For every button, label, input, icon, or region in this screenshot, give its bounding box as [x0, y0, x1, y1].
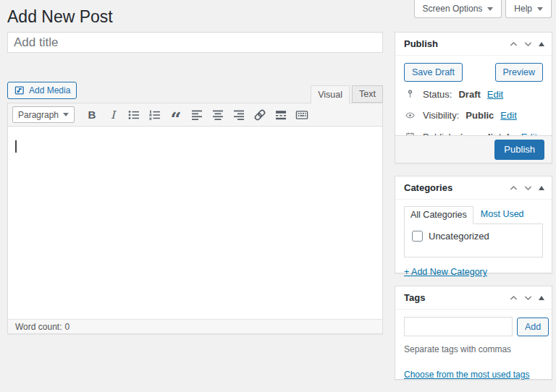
read-more-icon — [274, 108, 288, 122]
tab-most-used[interactable]: Most Used — [473, 206, 531, 223]
page-title: Add New Post — [7, 7, 113, 28]
word-count-value: 0 — [64, 322, 70, 332]
editor-mode-tabs: Visual Text — [7, 85, 383, 103]
paragraph-format-select[interactable]: Paragraph — [12, 106, 75, 123]
edit-visibility-link[interactable]: Edit — [500, 110, 516, 121]
collapse-toggle-icon[interactable] — [539, 42, 544, 46]
visibility-label: Visibility: — [423, 110, 459, 121]
screen-meta-links: Screen Options Help — [414, 0, 552, 18]
chevron-down-icon — [63, 113, 69, 116]
toolbar-toggle-button[interactable] — [292, 106, 311, 124]
blockquote-button[interactable]: “ — [167, 106, 185, 124]
panel-handle-actions — [510, 295, 544, 301]
publish-panel: Publish Save Draft Preview Status: Draft… — [395, 32, 552, 163]
align-center-button[interactable] — [208, 106, 227, 124]
post-content-editor: Paragraph B I “ — [7, 103, 383, 334]
post-status-row: Status: Draft Edit — [395, 83, 552, 105]
align-center-icon — [211, 108, 225, 122]
tags-help-text: Separate tags with commas — [404, 344, 543, 354]
keyboard-icon — [295, 108, 309, 122]
align-left-button[interactable] — [188, 106, 206, 124]
editor-statusbar: Word count: 0 — [8, 319, 382, 333]
italic-icon: I — [111, 108, 115, 122]
visibility-value: Public — [466, 110, 494, 121]
add-tag-button[interactable]: Add — [517, 318, 549, 336]
save-draft-button[interactable]: Save Draft — [404, 63, 463, 82]
new-tag-input[interactable] — [404, 317, 513, 336]
category-checklist: Uncategorized — [404, 223, 543, 257]
categories-panel-header[interactable]: Categories — [395, 176, 552, 200]
insert-link-button[interactable] — [250, 106, 269, 124]
help-label: Help — [514, 4, 532, 14]
panel-handle-actions — [510, 41, 544, 47]
eye-visibility-icon — [404, 110, 416, 121]
italic-button[interactable]: I — [104, 106, 122, 124]
tags-body: Add Separate tags with commas Choose fro… — [395, 310, 552, 387]
word-count-label: Word count: — [15, 322, 62, 332]
tags-input-row: Add — [404, 317, 543, 336]
read-more-button[interactable] — [271, 106, 290, 124]
panel-handle-actions — [510, 185, 544, 191]
editor-toolbar: Paragraph B I “ — [8, 103, 382, 127]
text-cursor — [15, 140, 17, 153]
category-tabs: All Categories Most Used — [404, 206, 543, 223]
numbered-list-button[interactable] — [146, 106, 164, 124]
publish-major-actions: Publish — [395, 135, 552, 163]
chevron-down-icon — [487, 7, 493, 11]
bullet-list-icon — [127, 108, 141, 122]
numbered-list-icon — [148, 108, 162, 122]
collapse-toggle-icon[interactable] — [539, 296, 544, 300]
add-new-category-link[interactable]: + Add New Category — [404, 267, 487, 277]
bold-icon: B — [88, 108, 96, 121]
status-label: Status: — [423, 89, 452, 100]
bold-button[interactable]: B — [83, 106, 101, 124]
preview-button[interactable]: Preview — [495, 63, 543, 82]
paragraph-format-label: Paragraph — [18, 110, 59, 120]
blockquote-icon: “ — [171, 116, 182, 123]
tab-all-categories[interactable]: All Categories — [404, 206, 473, 224]
bullet-list-button[interactable] — [125, 106, 143, 124]
align-right-button[interactable] — [229, 106, 248, 124]
edit-status-link[interactable]: Edit — [487, 89, 503, 100]
tab-text[interactable]: Text — [352, 85, 383, 103]
pin-status-icon — [404, 88, 416, 100]
screen-options-button[interactable]: Screen Options — [414, 0, 502, 18]
category-item-uncategorized[interactable]: Uncategorized — [412, 231, 542, 242]
move-up-icon[interactable] — [510, 185, 518, 191]
screen-options-label: Screen Options — [423, 4, 483, 14]
tags-panel-title: Tags — [404, 292, 425, 303]
uncategorized-checkbox[interactable] — [412, 231, 423, 242]
help-button[interactable]: Help — [505, 0, 552, 18]
move-down-icon[interactable] — [524, 295, 532, 301]
move-down-icon[interactable] — [524, 185, 532, 191]
tags-panel-header[interactable]: Tags — [395, 286, 552, 310]
tab-visual-label: Visual — [318, 90, 342, 100]
publish-panel-title: Publish — [404, 38, 438, 49]
categories-panel-title: Categories — [404, 182, 452, 193]
publish-button[interactable]: Publish — [494, 140, 544, 160]
move-up-icon[interactable] — [510, 41, 518, 47]
add-new-post-page: Screen Options Help Add New Post Add Med… — [0, 0, 556, 392]
publish-minor-actions: Save Draft Preview — [395, 56, 552, 83]
move-down-icon[interactable] — [524, 41, 532, 47]
choose-most-used-tags-link[interactable]: Choose from the most used tags — [404, 370, 529, 380]
post-visibility-row: Visibility: Public Edit — [395, 105, 552, 126]
status-value: Draft — [458, 89, 480, 100]
link-icon — [253, 108, 267, 122]
tab-text-label: Text — [359, 89, 376, 99]
tags-panel: Tags Add Separate tags with commas Choos… — [395, 286, 552, 380]
categories-panel: Categories All Categories Most Used Unca… — [395, 176, 552, 273]
align-left-icon — [190, 108, 204, 122]
align-right-icon — [232, 108, 246, 122]
collapse-toggle-icon[interactable] — [539, 186, 544, 190]
category-item-label: Uncategorized — [429, 231, 489, 242]
editor-content-area[interactable] — [8, 127, 382, 319]
categories-body: All Categories Most Used Uncategorized +… — [395, 200, 552, 277]
tab-visual[interactable]: Visual — [311, 85, 350, 103]
post-title-input[interactable] — [7, 32, 383, 53]
chevron-down-icon — [537, 7, 543, 11]
publish-panel-header[interactable]: Publish — [395, 33, 552, 56]
move-up-icon[interactable] — [510, 295, 518, 301]
